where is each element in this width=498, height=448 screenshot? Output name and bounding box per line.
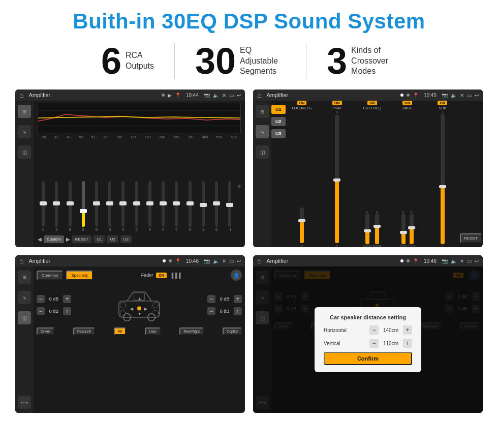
crossover-back-icon[interactable]: ↩ xyxy=(475,93,479,98)
fader-sidebar-btn2[interactable]: ∿ xyxy=(18,291,31,304)
slider-track-8[interactable] xyxy=(135,181,138,227)
slider-track-13[interactable] xyxy=(202,181,205,227)
slider-4[interactable]: 5 xyxy=(78,181,89,231)
crossover-home-icon[interactable]: ⌂ xyxy=(257,91,261,99)
dialog-vertical-plus[interactable]: + xyxy=(403,339,412,348)
slider-track-1[interactable] xyxy=(42,181,45,227)
loudness-slider[interactable] xyxy=(300,207,304,243)
fader-settings-icon[interactable]: 👤 xyxy=(231,270,242,281)
cutfreq-on-badge[interactable]: ON xyxy=(367,101,377,105)
fader-user-btn[interactable]: User xyxy=(145,327,161,335)
fader-back-icon[interactable]: ↩ xyxy=(237,258,241,264)
fader-driver-btn[interactable]: Driver xyxy=(37,327,54,335)
cutfreq-slider-f[interactable] xyxy=(365,214,369,244)
eq-play-icon[interactable]: ▶ xyxy=(168,93,172,98)
eq-custom-btn[interactable]: Custom xyxy=(44,235,64,243)
fader-specialty-tab[interactable]: Specialty xyxy=(66,271,92,280)
sub-on-badge[interactable]: ON xyxy=(438,101,447,105)
fader-copilot-btn[interactable]: Copilot xyxy=(223,327,242,335)
slider-track-12[interactable] xyxy=(189,181,192,227)
eq-vol-icon[interactable]: 🔈 xyxy=(213,93,219,98)
fader-fl-minus[interactable]: − xyxy=(37,295,45,303)
slider-10[interactable]: 0 xyxy=(158,181,169,231)
slider-13[interactable]: -1 xyxy=(198,181,209,231)
fader-fl-plus[interactable]: + xyxy=(63,295,71,303)
dialog-horizontal-plus[interactable]: + xyxy=(403,325,412,335)
phat-slider[interactable] xyxy=(335,115,339,243)
eq-next-btn[interactable]: ▶ xyxy=(66,236,70,242)
slider-9[interactable]: 0 xyxy=(144,181,155,231)
eq-back-icon[interactable]: ↩ xyxy=(237,93,241,98)
eq-u1-btn[interactable]: U1 xyxy=(94,235,105,243)
crossover-reset-btn[interactable]: RESET xyxy=(460,233,482,243)
fader-fr-minus[interactable]: − xyxy=(207,295,215,303)
fader-rl-plus[interactable]: + xyxy=(63,307,71,315)
slider-track-3[interactable] xyxy=(69,181,72,227)
slider-14[interactable]: 0 xyxy=(211,181,222,231)
slider-15[interactable]: -1 xyxy=(224,181,235,231)
fader-rr-minus[interactable]: − xyxy=(207,307,215,315)
eq-sidebar-btn1[interactable]: ⊞ xyxy=(18,105,31,118)
slider-track-15[interactable] xyxy=(228,181,231,227)
dialog-horizontal-minus[interactable]: − xyxy=(369,325,379,335)
fader-sidebar-btn3[interactable]: ◫ xyxy=(18,311,31,324)
dialog-x-icon[interactable]: ✕ xyxy=(460,258,464,264)
dialog-vertical-minus[interactable]: − xyxy=(369,339,379,348)
u2-button[interactable]: U2 xyxy=(271,117,286,126)
fader-all-btn[interactable]: All xyxy=(114,327,126,335)
slider-track-11[interactable] xyxy=(175,181,178,227)
u1-button[interactable]: U1 xyxy=(271,105,286,114)
fader-x-icon[interactable]: ✕ xyxy=(222,258,226,264)
dialog-back-icon[interactable]: ↩ xyxy=(475,258,479,264)
bass-on-badge[interactable]: ON xyxy=(402,101,412,105)
fader-home-icon[interactable]: ⌂ xyxy=(19,257,23,265)
fader-on-badge[interactable]: ON xyxy=(156,273,167,278)
slider-3[interactable]: 0 xyxy=(64,181,75,231)
dialog-home-icon[interactable]: ⌂ xyxy=(257,257,261,265)
crossover-sidebar-btn2[interactable]: ∿ xyxy=(256,125,269,138)
crossover-rect-icon[interactable]: ▭ xyxy=(467,93,472,98)
cutfreq-slider-g[interactable] xyxy=(375,214,379,244)
dialog-rect-icon[interactable]: ▭ xyxy=(467,258,472,264)
slider-track-9[interactable] xyxy=(148,181,151,227)
slider-8[interactable]: 0 xyxy=(131,181,142,231)
eq-x-icon[interactable]: ✕ xyxy=(222,93,226,98)
slider-track-10[interactable] xyxy=(162,181,165,227)
loudness-on-badge[interactable]: ON xyxy=(297,101,307,105)
slider-11[interactable]: 0 xyxy=(171,181,182,231)
fader-fr-plus[interactable]: + xyxy=(234,295,242,303)
slider-1[interactable]: 0 xyxy=(38,181,49,231)
fader-sidebar-btn4[interactable]: ⟺ xyxy=(18,396,31,409)
crossover-x-icon[interactable]: ✕ xyxy=(460,93,464,98)
slider-track-4[interactable] xyxy=(82,181,85,227)
fader-rearright-btn[interactable]: RearRight xyxy=(179,327,204,335)
eq-prev-btn[interactable]: ◀ xyxy=(38,236,42,242)
eq-sidebar-btn3[interactable]: ◫ xyxy=(18,145,31,159)
bass-slider-f[interactable] xyxy=(401,214,406,244)
slider-5[interactable]: 0 xyxy=(91,181,102,231)
phat-on-badge[interactable]: ON xyxy=(332,101,342,105)
confirm-button[interactable]: Confirm xyxy=(324,352,412,365)
crossover-sidebar-btn3[interactable]: ◫ xyxy=(256,145,269,159)
eq-sidebar-btn2[interactable]: ∿ xyxy=(18,125,31,138)
fader-rl-minus[interactable]: − xyxy=(37,307,45,315)
slider-track-5[interactable] xyxy=(95,181,98,227)
slider-6[interactable]: 0 xyxy=(104,181,115,231)
slider-track-6[interactable] xyxy=(108,181,111,227)
slider-track-7[interactable] xyxy=(121,181,124,227)
fader-vol-icon[interactable]: 🔈 xyxy=(213,258,219,264)
eq-home-icon[interactable]: ⌂ xyxy=(19,91,23,99)
crossover-sidebar-btn1[interactable]: ⊞ xyxy=(256,105,269,118)
eq-reset-btn[interactable]: RESET xyxy=(72,235,92,243)
slider-track-14[interactable] xyxy=(215,181,218,227)
slider-7[interactable]: 0 xyxy=(117,181,129,231)
dialog-vol-icon[interactable]: 🔈 xyxy=(451,258,457,264)
eq-u2-btn[interactable]: U2 xyxy=(107,235,118,243)
fader-rearleft-btn[interactable]: RearLeft xyxy=(73,327,95,335)
fader-common-tab[interactable]: Common xyxy=(37,271,63,280)
slider-track-2[interactable] xyxy=(55,181,58,227)
fader-rect-icon[interactable]: ▭ xyxy=(229,258,234,264)
crossover-vol-icon[interactable]: 🔈 xyxy=(451,93,457,98)
bass-slider-g[interactable] xyxy=(410,214,414,244)
slider-2[interactable]: 0 xyxy=(51,181,62,231)
